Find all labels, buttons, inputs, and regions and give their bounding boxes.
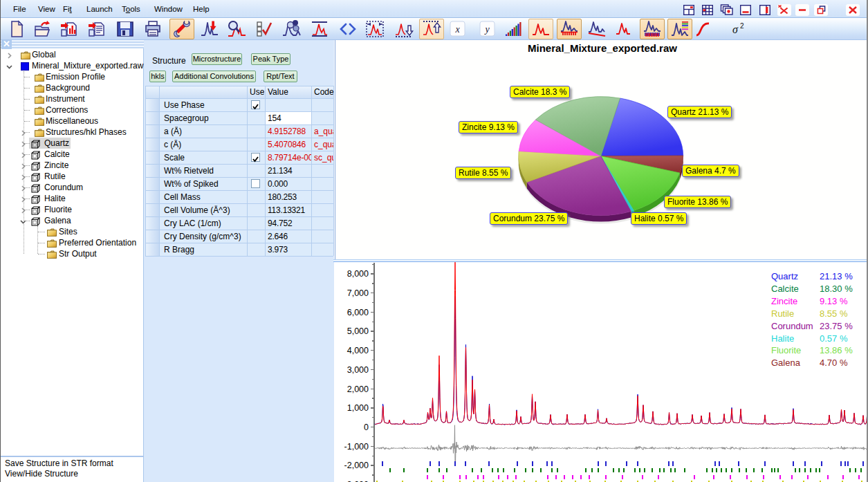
svg-text:Rutile: Rutile [771,308,794,319]
svg-text:6,000: 6,000 [347,308,369,317]
svg-text:0.57 %: 0.57 % [820,333,848,344]
svg-text:18.30 %: 18.30 % [820,284,853,294]
svg-text:Corundum: Corundum [771,321,813,331]
svg-text:3,000: 3,000 [347,365,369,375]
svg-text:-2,000: -2,000 [344,461,369,470]
svg-text:Halite: Halite [771,333,794,344]
svg-text:Zincite: Zincite [771,296,797,306]
svg-text:23.75 %: 23.75 % [820,321,853,331]
svg-text:5,000: 5,000 [347,326,369,336]
svg-text:21.13 %: 21.13 % [820,271,853,281]
svg-text:x: x [454,24,460,35]
svg-text:9.13 %: 9.13 % [820,296,848,306]
svg-text:Galena: Galena [771,358,801,368]
svg-text:Calcite: Calcite [771,284,799,294]
svg-text:y: y [483,24,490,35]
svg-text:σ: σ [732,24,739,35]
svg-text:13.86 %: 13.86 % [820,345,853,355]
svg-text:7,000: 7,000 [347,288,369,298]
svg-text:Fluorite: Fluorite [771,345,801,355]
svg-text:2: 2 [740,22,744,30]
svg-text:8,000: 8,000 [347,269,369,279]
svg-text:1,000: 1,000 [347,403,369,413]
svg-text:4,000: 4,000 [347,346,369,355]
svg-text:4.70 %: 4.70 % [820,358,848,368]
svg-text:0: 0 [364,423,369,432]
svg-text:8.55 %: 8.55 % [820,308,848,319]
svg-text:-1,000: -1,000 [344,442,369,452]
svg-text:2,000: 2,000 [347,384,369,394]
svg-text:Quartz: Quartz [771,271,798,281]
